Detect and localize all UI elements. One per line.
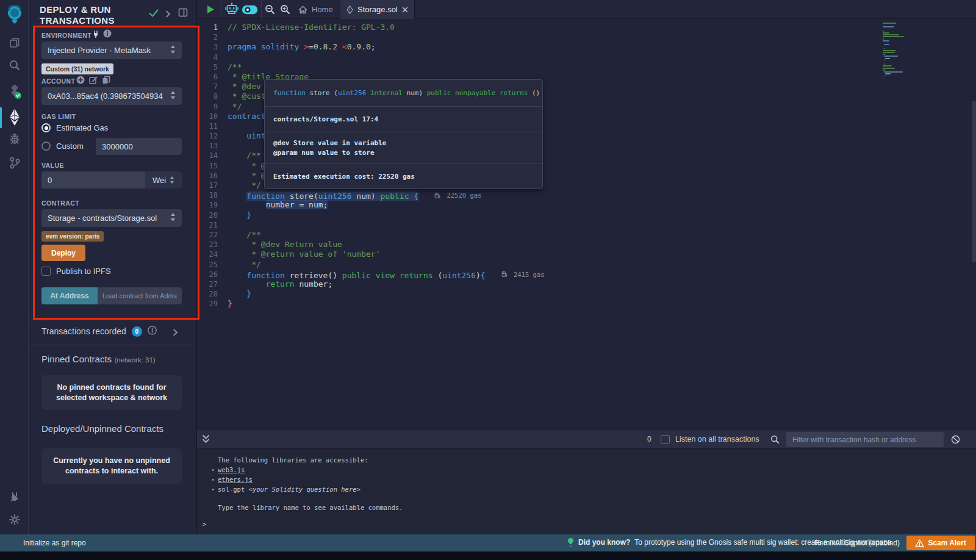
network-badge: Custom (31) network	[41, 63, 113, 74]
scam-alert-button[interactable]: Scam Alert	[906, 536, 975, 550]
web3-link[interactable]: web3.js	[218, 466, 245, 473]
code-line: 24 * @return value of 'number'	[197, 249, 879, 259]
editor-scrollbar[interactable]	[972, 101, 976, 262]
environment-select[interactable]: Injected Provider - MetaMask	[41, 41, 182, 59]
code-line: 20 }	[197, 210, 879, 220]
home-icon	[298, 5, 307, 14]
minimap-line	[883, 38, 884, 40]
plug-environment-icon[interactable]	[92, 30, 99, 41]
minimap-line	[884, 48, 885, 49]
unpinned-contracts-header: Deployed/Unpinned Contracts	[41, 423, 163, 434]
deploy-button[interactable]: Deploy	[41, 245, 85, 261]
code-line: 25 */	[197, 260, 879, 270]
code-line: 27 return number;	[197, 279, 879, 289]
transactions-expand-icon[interactable]	[173, 328, 178, 339]
publish-ipfs-option[interactable]: Publish to IPFS	[41, 267, 111, 276]
panel-check-icon	[149, 9, 159, 20]
close-tab-icon[interactable]	[402, 7, 408, 13]
copilot-status[interactable]: RemixAI Copilot (enabled)	[814, 539, 900, 547]
solidity-file-icon	[346, 5, 353, 14]
remix-ide-app: DEPLOY & RUN TRANSACTIONS ENVIRONMENT In…	[0, 0, 976, 560]
select-arrows-icon	[170, 176, 174, 184]
minimap-line	[884, 44, 889, 45]
terminal: 0 Listen on all transactions The followi…	[196, 429, 976, 534]
zoom-in-icon[interactable]	[280, 4, 290, 17]
value-unit-select[interactable]: Wei	[145, 171, 182, 188]
sign-message-icon[interactable]	[89, 76, 98, 87]
remix-logo-icon[interactable]	[0, 5, 29, 24]
settings-gear-icon[interactable]	[0, 514, 29, 526]
plugin-manager-icon[interactable]	[0, 491, 29, 504]
tab-home[interactable]: Home	[292, 0, 339, 19]
pin-panel-icon[interactable]	[178, 8, 188, 20]
copy-account-icon[interactable]	[102, 76, 110, 87]
custom-gas-radio[interactable]	[41, 142, 51, 151]
code-line: 23 * @dev Return value	[197, 240, 879, 249]
transactions-info-icon[interactable]	[148, 326, 157, 337]
run-script-icon[interactable]	[206, 5, 215, 16]
minimap-line	[884, 71, 903, 73]
clear-terminal-icon[interactable]	[951, 435, 960, 447]
search-icon[interactable]	[0, 59, 29, 71]
custom-gas-input[interactable]	[96, 138, 182, 155]
minimap-line	[885, 58, 890, 59]
transaction-filter-input[interactable]	[786, 432, 944, 447]
minimap-line	[883, 34, 899, 35]
collapse-terminal-icon[interactable]	[202, 434, 210, 447]
account-select[interactable]: 0xA03...85ac4 (0.398673504934	[41, 87, 182, 105]
code-line: 28 }	[197, 289, 879, 299]
lightbulb-icon	[567, 537, 574, 547]
terminal-header: 0 Listen on all transactions	[197, 429, 976, 449]
code-line: 21	[197, 220, 879, 230]
select-arrows-icon	[170, 91, 176, 101]
minimap-line	[883, 36, 904, 37]
gas-estimate-badge: 22520 gas	[434, 190, 481, 200]
value-label: VALUE	[41, 162, 64, 169]
terminal-intro: The following libraries are accessible:	[218, 456, 368, 464]
pinned-empty-message: No pinned contracts found forselected wo…	[41, 375, 182, 410]
ethers-link[interactable]: ethers.js	[218, 476, 253, 483]
select-arrows-icon	[170, 213, 176, 223]
listen-all-transactions-checkbox[interactable]	[661, 435, 670, 444]
add-account-icon[interactable]	[76, 76, 85, 87]
git-icon[interactable]	[0, 156, 29, 170]
code-line: 3pragma solidity >=0.8.2 <0.9.0;	[197, 42, 879, 52]
publish-ipfs-checkbox[interactable]	[41, 267, 51, 276]
terminal-prompt[interactable]: >	[203, 520, 206, 528]
minimap-line	[884, 56, 897, 57]
code-line: 19 number = num;	[197, 200, 879, 210]
minimap-line	[883, 40, 889, 41]
estimated-gas-option[interactable]: Estimated Gas	[41, 123, 108, 132]
minimap-line	[883, 23, 896, 24]
copilot-toggle[interactable]	[242, 5, 258, 17]
terminal-search-icon[interactable]	[770, 435, 780, 447]
debugger-icon[interactable]	[0, 133, 29, 145]
minimap-line	[883, 32, 889, 34]
chevron-right-icon[interactable]	[165, 9, 171, 20]
ai-copilot-robot-icon[interactable]	[225, 2, 239, 19]
at-address-button[interactable]: At Address	[41, 287, 98, 304]
tab-storage-sol[interactable]: Storage.sol	[340, 0, 415, 19]
tooltip-location: contracts/Storage.sol 17:4	[265, 107, 542, 132]
zoom-out-icon[interactable]	[265, 4, 275, 17]
panel-title: DEPLOY & RUN TRANSACTIONS	[40, 4, 149, 26]
minimap-line	[884, 63, 885, 65]
environment-info-icon[interactable]	[103, 29, 112, 40]
at-address-input[interactable]	[98, 287, 182, 304]
file-explorer-icon[interactable]	[0, 37, 29, 49]
estimated-gas-radio[interactable]	[41, 123, 51, 132]
minimap-line	[885, 73, 891, 74]
minimap-line	[883, 50, 896, 51]
contract-select[interactable]: Storage - contracts/Storage.sol	[41, 209, 182, 227]
custom-gas-option[interactable]: Custom	[41, 142, 84, 151]
minimap[interactable]	[879, 19, 946, 429]
git-init-button[interactable]: Initialize as git repo	[23, 539, 86, 547]
minimap-line	[883, 52, 895, 53]
deploy-and-run-icon[interactable]	[0, 108, 29, 126]
solidity-compiler-icon[interactable]	[0, 84, 29, 99]
code-line: 22 /**	[197, 230, 879, 240]
transactions-count-badge: 0	[132, 326, 142, 337]
value-input[interactable]	[41, 171, 145, 188]
minimap-line	[883, 65, 892, 66]
minimap-line	[883, 68, 895, 69]
